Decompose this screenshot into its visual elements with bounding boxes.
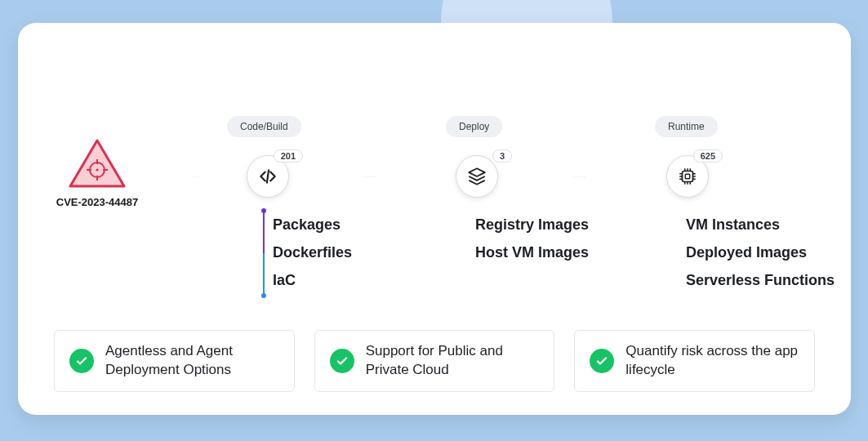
list-item: VM Instances <box>686 211 835 238</box>
list-item: IaC <box>273 266 352 294</box>
svg-rect-13 <box>683 172 693 182</box>
stage-pill-runtime: Runtime <box>655 116 718 137</box>
feature-cloud-support: Support for Public and Private Cloud <box>314 330 555 392</box>
stage-count-deploy: 3 <box>492 149 512 163</box>
svg-marker-12 <box>585 176 585 177</box>
arrow-deploy-to-runtime <box>503 176 655 177</box>
stage-count-runtime: 625 <box>693 149 723 163</box>
feature-quantify-risk: Quantify risk across the app lifecycle <box>574 330 815 392</box>
stage-list-deploy: Registry Images Host VM Images <box>472 211 589 266</box>
arrow-code-to-deploy <box>294 176 446 177</box>
stage-pill-code-build: Code/Build <box>227 116 301 137</box>
feature-text: Support for Public and Private Cloud <box>366 342 540 380</box>
svg-marker-10 <box>376 176 376 177</box>
check-icon <box>590 349 614 373</box>
list-item: Serverless Functions <box>686 266 835 294</box>
stage-count-code-build: 201 <box>274 149 303 163</box>
stage-node-code-build: 201 <box>243 155 292 198</box>
feature-row: Agentless and Agent Deployment Options S… <box>54 330 815 392</box>
list-item: Registry Images <box>475 211 589 238</box>
layers-icon <box>466 166 487 187</box>
cve-node: CVE-2023-44487 <box>44 137 150 208</box>
code-icon <box>257 166 278 187</box>
stage-list-runtime: VM Instances Deployed Images Serverless … <box>683 211 835 295</box>
diagram-card: CVE-2023-44487 Code/Build 201 <box>18 23 851 415</box>
cpu-icon <box>677 166 698 187</box>
svg-marker-8 <box>198 176 198 177</box>
feature-text: Agentless and Agent Deployment Options <box>105 342 279 380</box>
feature-text: Quantify risk across the app lifecycle <box>625 342 799 380</box>
check-icon <box>330 349 354 373</box>
svg-rect-14 <box>685 174 689 178</box>
cve-id-label: CVE-2023-44487 <box>44 196 150 208</box>
list-item: Packages <box>273 211 352 238</box>
pipeline-flow: CVE-2023-44487 Code/Build 201 <box>18 105 851 292</box>
stage-node-runtime: 625 <box>663 155 712 198</box>
feature-agentless: Agentless and Agent Deployment Options <box>54 330 295 392</box>
list-item: Deployed Images <box>686 238 835 266</box>
list-item: Host VM Images <box>475 238 589 266</box>
check-icon <box>69 349 94 373</box>
stage-pill-deploy: Deploy <box>446 116 502 137</box>
list-item: Dockerfiles <box>273 238 352 266</box>
threat-triangle-icon <box>67 137 127 191</box>
arrow-cve-to-code <box>150 176 238 177</box>
svg-point-6 <box>96 168 98 171</box>
stage-node-deploy: 3 <box>452 155 501 198</box>
stage-list-code-build: Packages Dockerfiles IaC <box>263 211 352 296</box>
